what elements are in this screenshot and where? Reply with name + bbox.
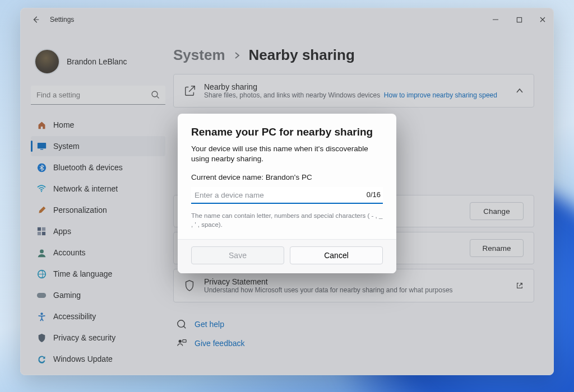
dialog-current-name: Current device name: Brandon's PC [191,173,383,181]
dialog-description: Your device will use this name when it's… [191,144,383,164]
rename-dialog: Rename your PC for nearby sharing Your d… [178,114,396,273]
dialog-hint: The name can contain letter, numbers and… [191,212,383,229]
cancel-button[interactable]: Cancel [290,246,383,264]
char-counter: 0/16 [367,190,381,199]
settings-window: Settings Brandon LeBlanc [20,8,554,375]
device-name-input[interactable] [191,187,383,204]
save-button[interactable]: Save [191,246,284,264]
modal-scrim: Rename your PC for nearby sharing Your d… [21,8,553,375]
dialog-title: Rename your PC for nearby sharing [191,126,383,138]
